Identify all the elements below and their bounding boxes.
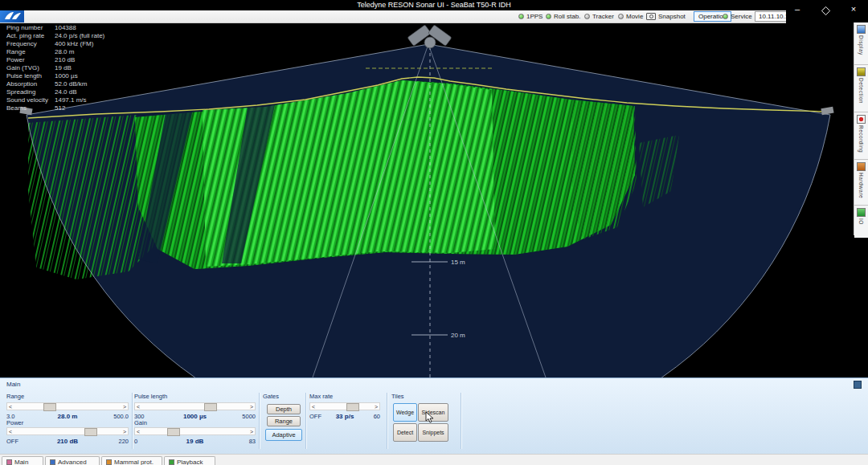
bottom-tab-main[interactable]: Main <box>2 456 43 465</box>
title-bar: Teledyne RESON Sonar UI - SeaBat T50-R I… <box>0 0 868 10</box>
app-window: Teledyne RESON Sonar UI - SeaBat T50-R I… <box>0 0 868 465</box>
info-row: Power210 dB <box>6 56 104 64</box>
gates-depth-button[interactable]: Depth <box>267 404 301 414</box>
indicator-tracker[interactable]: Tracker <box>584 10 614 22</box>
divider <box>387 393 387 449</box>
pulse-slider-thumb[interactable] <box>204 403 217 411</box>
tab-recording[interactable]: Recording <box>854 112 868 160</box>
restore-button[interactable] <box>815 2 834 16</box>
pulse-length-label: Pulse length <box>134 393 167 400</box>
pulse-values: 300 1000 µs 5000 <box>134 413 256 420</box>
power-slider-left-arrow[interactable]: < <box>7 428 14 435</box>
pulse-length-slider[interactable]: < > <box>134 402 256 410</box>
power-label: Power <box>6 419 23 426</box>
tiles-label: Tiles <box>391 393 404 400</box>
io-tab-icon <box>857 208 866 217</box>
sonar-display: 15 m 20 m Ping number104388 Act. ping ra… <box>0 22 868 377</box>
bottom-tab-advanced[interactable]: Advanced <box>45 456 100 465</box>
teledyne-logo-icon <box>0 10 24 22</box>
tiles-detect-button[interactable]: Detect <box>393 423 417 442</box>
info-row: Frequency400 kHz (FM) <box>6 40 104 48</box>
info-row: Pulse length1000 µs <box>6 72 104 80</box>
info-row: Spreading24.0 dB <box>6 88 104 96</box>
svg-text:20 m: 20 m <box>451 332 465 339</box>
detection-tab-icon <box>857 67 866 76</box>
panel-title: Main <box>6 381 20 388</box>
max-rate-label: Max rate <box>309 393 333 400</box>
main-tab-icon <box>6 459 12 465</box>
range-slider-left-arrow[interactable]: < <box>7 403 14 410</box>
tab-hardware[interactable]: Hardware <box>854 160 868 206</box>
mammal-tab-icon <box>106 459 112 465</box>
pulse-slider-left-arrow[interactable]: < <box>135 403 141 410</box>
indicator-service[interactable]: Service <box>723 10 752 22</box>
indicator-1pps[interactable]: 1PPS <box>518 10 542 22</box>
max-rate-slider-left-arrow[interactable]: < <box>310 403 317 410</box>
gain-slider-left-arrow[interactable]: < <box>135 428 141 435</box>
playback-tab-icon <box>169 459 174 465</box>
window-controls: – × <box>786 0 868 22</box>
indicator-roll-stab[interactable]: Roll stab. <box>546 10 580 22</box>
info-row: Absorption52.0 dB/km <box>6 80 104 88</box>
window-title: Teledyne RESON Sonar UI - SeaBat T50-R I… <box>0 1 868 9</box>
gates-range-button[interactable]: Range <box>267 416 301 426</box>
tab-io[interactable]: IO <box>854 206 868 238</box>
gates-label: Gates <box>263 393 279 400</box>
recording-tab-icon <box>857 115 866 124</box>
info-row: Range28.0 m <box>6 48 104 56</box>
service-led-icon <box>723 14 728 19</box>
svg-text:15 m: 15 m <box>451 259 465 266</box>
mouse-cursor-icon <box>425 411 435 427</box>
indicator-movie[interactable]: Movie <box>618 10 643 22</box>
info-row: Sound velocity1497.1 m/s <box>6 96 104 104</box>
bottom-tab-playback[interactable]: Playback <box>164 456 215 465</box>
roll-stab-led-icon <box>546 14 551 19</box>
tab-detection[interactable]: Detection <box>854 65 868 112</box>
tab-display[interactable]: Display <box>854 22 868 65</box>
edge-marker-right <box>821 107 833 115</box>
range-values: 3.0 28.0 m 500.0 <box>6 413 129 420</box>
power-slider-right-arrow[interactable]: > <box>121 428 128 435</box>
right-tab-strip: Display Detection Recording Hardware IO <box>854 22 868 235</box>
gain-slider-thumb[interactable] <box>167 428 180 436</box>
max-rate-slider-thumb[interactable] <box>346 403 359 411</box>
info-row: Ping number104388 <box>6 24 104 32</box>
tracker-led-icon <box>584 14 590 19</box>
gain-slider[interactable]: < > <box>134 427 256 435</box>
gain-slider-right-arrow[interactable]: > <box>248 428 255 435</box>
hardware-tab-icon <box>857 162 866 171</box>
info-row: Gain (TVG)19 dB <box>6 64 104 72</box>
power-slider[interactable]: < > <box>6 427 129 435</box>
power-values: OFF 210 dB 220 <box>6 438 129 445</box>
close-button[interactable]: × <box>844 2 863 16</box>
camera-icon <box>646 13 656 20</box>
divider <box>305 393 306 449</box>
panel-pin-icon[interactable] <box>854 381 862 389</box>
pulse-slider-right-arrow[interactable]: > <box>248 403 255 410</box>
gates-adaptive-button[interactable]: Adaptive <box>265 429 302 441</box>
gain-label: Gain <box>134 419 147 426</box>
divider <box>259 393 260 449</box>
info-row: Act. ping rate24.0 p/s (full rate) <box>6 32 104 40</box>
range-slider[interactable]: < > <box>6 402 129 410</box>
divider <box>132 393 133 449</box>
max-rate-slider-right-arrow[interactable]: > <box>373 403 379 410</box>
power-slider-thumb[interactable] <box>84 428 97 436</box>
bottom-tab-strip: Main Advanced Mammal prot. Playback <box>0 454 868 465</box>
bottom-tab-mammal[interactable]: Mammal prot. <box>101 456 162 465</box>
range-slider-thumb[interactable] <box>43 403 56 411</box>
display-tab-icon <box>857 25 866 34</box>
info-row: Beams512 <box>6 104 104 112</box>
minimize-button[interactable]: – <box>788 2 807 16</box>
snapshot-button[interactable]: Snapshot <box>646 10 686 22</box>
tiles-wedge-button[interactable]: Wedge <box>393 403 417 422</box>
max-rate-slider[interactable]: < > <box>309 402 380 410</box>
sonar-wedge-canvas: 15 m 20 m <box>0 22 854 377</box>
range-slider-right-arrow[interactable]: > <box>121 403 128 410</box>
1pps-led-icon <box>518 14 524 19</box>
max-rate-values: OFF 33 p/s 60 <box>309 413 380 420</box>
movie-led-icon <box>618 14 624 19</box>
sonar-head-icon <box>407 25 452 48</box>
gain-values: 0 19 dB 83 <box>134 438 256 445</box>
sonar-info-panel: Ping number104388 Act. ping rate24.0 p/s… <box>6 24 104 112</box>
